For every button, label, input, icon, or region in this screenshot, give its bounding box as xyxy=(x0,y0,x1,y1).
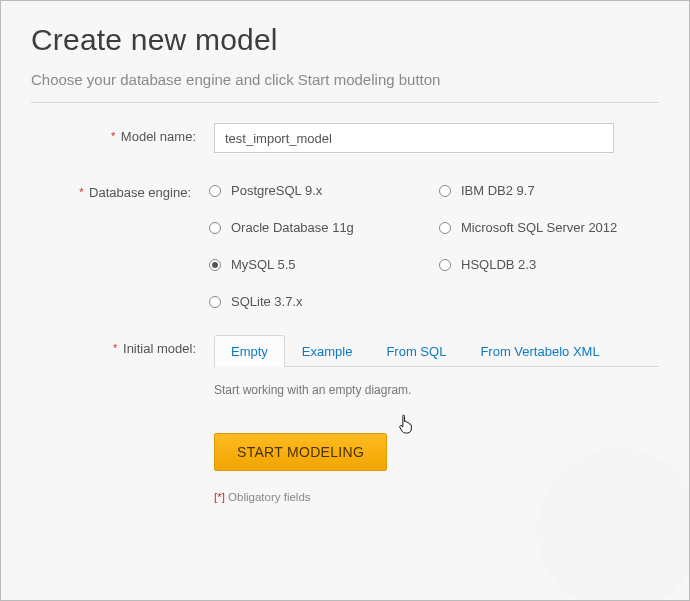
tab-from-sql[interactable]: From SQL xyxy=(369,335,463,367)
radio-postgresql[interactable]: PostgreSQL 9.x xyxy=(209,183,429,198)
label-text-model-name: Model name: xyxy=(121,129,196,144)
radio-label: PostgreSQL 9.x xyxy=(231,183,322,198)
tab-empty[interactable]: Empty xyxy=(214,335,285,367)
obligatory-note: [*] Obligatory fields xyxy=(214,491,659,503)
label-initial-model: * Initial model: xyxy=(31,335,214,503)
db-engine-options: PostgreSQL 9.x IBM DB2 9.7 Oracle Databa… xyxy=(209,179,659,309)
page-subtitle: Choose your database engine and click St… xyxy=(31,71,659,88)
radio-hsqldb[interactable]: HSQLDB 2.3 xyxy=(439,257,659,272)
tab-example[interactable]: Example xyxy=(285,335,370,367)
initial-model-tabs: Empty Example From SQL From Vertabelo XM… xyxy=(214,335,659,367)
row-initial-model: * Initial model: Empty Example From SQL … xyxy=(31,335,659,503)
radio-icon xyxy=(209,222,221,234)
obligatory-text: Obligatory fields xyxy=(228,491,310,503)
radio-icon xyxy=(209,259,221,271)
radio-icon xyxy=(439,185,451,197)
radio-icon xyxy=(209,296,221,308)
label-text-initial-model: Initial model: xyxy=(123,341,196,356)
radio-label: IBM DB2 9.7 xyxy=(461,183,535,198)
row-db-engine: * Database engine: PostgreSQL 9.x IBM DB… xyxy=(31,179,659,309)
create-model-form: Create new model Choose your database en… xyxy=(0,0,690,601)
radio-mssql[interactable]: Microsoft SQL Server 2012 xyxy=(439,220,659,235)
radio-label: MySQL 5.5 xyxy=(231,257,296,272)
radio-label: SQLite 3.7.x xyxy=(231,294,303,309)
radio-label: Microsoft SQL Server 2012 xyxy=(461,220,617,235)
radio-ibm-db2[interactable]: IBM DB2 9.7 xyxy=(439,183,659,198)
radio-label: HSQLDB 2.3 xyxy=(461,257,536,272)
radio-icon xyxy=(439,222,451,234)
required-marker-icon: * xyxy=(113,342,117,354)
radio-oracle[interactable]: Oracle Database 11g xyxy=(209,220,429,235)
initial-model-description: Start working with an empty diagram. xyxy=(214,383,659,397)
label-db-engine: * Database engine: xyxy=(31,179,209,309)
model-name-input[interactable] xyxy=(214,123,614,153)
label-text-db-engine: Database engine: xyxy=(89,185,191,200)
tab-from-vertabelo-xml[interactable]: From Vertabelo XML xyxy=(463,335,616,367)
start-modeling-button[interactable]: START MODELING xyxy=(214,433,387,471)
row-model-name: * Model name: xyxy=(31,123,659,153)
radio-icon xyxy=(439,259,451,271)
obligatory-marker: [*] xyxy=(214,491,225,503)
radio-mysql[interactable]: MySQL 5.5 xyxy=(209,257,429,272)
radio-icon xyxy=(209,185,221,197)
radio-label: Oracle Database 11g xyxy=(231,220,354,235)
label-model-name: * Model name: xyxy=(31,123,214,153)
required-marker-icon: * xyxy=(79,186,83,198)
required-marker-icon: * xyxy=(111,130,115,142)
radio-sqlite[interactable]: SQLite 3.7.x xyxy=(209,294,429,309)
page-title: Create new model xyxy=(31,23,659,57)
divider xyxy=(31,102,659,103)
